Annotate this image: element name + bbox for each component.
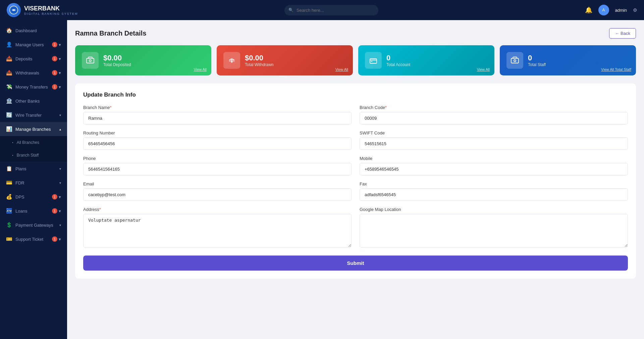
account-icon — [365, 52, 382, 69]
sidebar-item-loans[interactable]: 🏧 Loans 1 ▾ — [0, 204, 67, 218]
sidebar-item-label: Payment Gateways — [15, 223, 53, 228]
fax-input[interactable] — [360, 188, 628, 201]
withdrawn-info: $0.00 Total Withdrawn — [245, 54, 273, 67]
sidebar-item-manage-users[interactable]: 👤 Manage Users 1 ▾ — [0, 38, 67, 52]
sidebar-item-payment-gateways[interactable]: 💲 Payment Gateways ▾ — [0, 218, 67, 232]
sidebar-item-deposits[interactable]: 📥 Deposits 1 ▾ — [0, 52, 67, 66]
header-right: 🔔 A admin ⚙ — [585, 5, 637, 15]
other-banks-icon: 🏦 — [6, 98, 12, 104]
staff-icon — [506, 52, 523, 69]
sidebar-item-money-transfers[interactable]: 💸 Money Transfers 1 ▾ — [0, 80, 67, 94]
badge-arrow: 1 ▾ — [52, 208, 61, 214]
staff-label: Total Staff — [528, 62, 546, 67]
chevron-icon: ▾ — [59, 167, 61, 171]
withdrawals-icon: 📤 — [6, 70, 12, 76]
deposits-icon: 📥 — [6, 56, 12, 62]
form-title: Update Branch Info — [83, 92, 628, 98]
mobile-input[interactable] — [360, 163, 628, 175]
stat-card-total-staff: 0 Total Staff View All Total Staff — [500, 45, 636, 75]
sidebar-item-all-branches[interactable]: All Branches — [0, 136, 67, 149]
sidebar-item-wire-transfer[interactable]: 🔄 Wire Transfer ▾ — [0, 108, 67, 122]
app-header: VISERBANK DIGITAL BANKING SYSTEM 🔔 A adm… — [0, 0, 644, 20]
chevron-icon: ▾ — [59, 70, 61, 75]
chevron-icon: ▾ — [59, 223, 61, 227]
badge: 1 — [52, 56, 57, 61]
chevron-icon: ▾ — [59, 56, 61, 61]
dps-icon: 💰 — [6, 194, 12, 200]
withdrawn-icon — [223, 52, 240, 69]
logo: VISERBANK DIGITAL BANKING SYSTEM — [7, 3, 78, 17]
form-grid: Branch Name* Branch Code* Routing Number… — [83, 105, 628, 247]
sidebar-item-dps[interactable]: 💰 DPS 1 ▾ — [0, 190, 67, 204]
badge-arrow: 1 ▾ — [52, 56, 61, 61]
notification-icon[interactable]: 🔔 — [585, 6, 592, 14]
sidebar-item-manage-branches[interactable]: 📊 Manage Branches ▴ — [0, 122, 67, 136]
back-button[interactable]: ← Back — [609, 28, 636, 39]
address-textarea[interactable]: Voluptate aspernatur — [83, 214, 352, 247]
page-header: Ramna Branch Details ← Back — [75, 28, 636, 39]
routing-number-label: Routing Number — [83, 130, 352, 135]
chevron-icon: ▾ — [59, 113, 61, 117]
submit-button[interactable]: Submit — [83, 256, 628, 271]
sidebar-item-label: Money Transfers — [15, 84, 48, 90]
deposited-amount: $0.00 — [103, 54, 131, 62]
stat-card-total-deposited: $0.00 Total Deposited View All — [75, 45, 211, 75]
brand-sub: DIGITAL BANKING SYSTEM — [24, 12, 78, 15]
deposited-info: $0.00 Total Deposited — [103, 54, 131, 67]
avatar: A — [598, 5, 609, 15]
routing-number-input[interactable] — [83, 137, 352, 150]
email-input[interactable] — [83, 188, 352, 201]
wire-transfer-icon: 🔄 — [6, 112, 12, 118]
page-title: Ramna Branch Details — [75, 30, 146, 37]
dashboard-icon: 🏠 — [6, 27, 12, 34]
payment-gateways-icon: 💲 — [6, 222, 12, 228]
sidebar-item-dashboard[interactable]: 🏠 Dashboard — [0, 23, 67, 38]
badge-arrow: 1 ▾ — [52, 70, 61, 75]
form-group-fax: Fax — [360, 181, 628, 201]
sidebar-item-label: Withdrawals — [15, 70, 39, 75]
swift-code-input[interactable] — [360, 137, 628, 150]
sidebar-submenu-branches: All Branches Branch Staff — [0, 136, 67, 162]
sidebar-item-fdr[interactable]: 💳 FDR ▾ — [0, 176, 67, 190]
badge-arrow: 1 ▾ — [52, 42, 61, 47]
sidebar-item-label: Other Banks — [15, 99, 40, 104]
sidebar-item-plans[interactable]: 📋 Plans ▾ — [0, 162, 67, 176]
sidebar-item-label: Plans — [15, 166, 26, 171]
sidebar-item-branch-staff[interactable]: Branch Staff — [0, 149, 67, 162]
search-input[interactable] — [284, 5, 378, 15]
account-label: Total Account — [386, 62, 410, 67]
form-group-email: Email — [83, 181, 352, 201]
svg-point-6 — [514, 60, 516, 62]
chevron-icon: ▾ — [59, 181, 61, 185]
view-all-account[interactable]: View All — [477, 67, 490, 71]
badge: 1 — [52, 84, 57, 90]
chevron-icon: ▾ — [59, 237, 61, 242]
branch-code-input[interactable] — [360, 112, 628, 124]
sidebar-item-support-ticket[interactable]: 🎫 Support Ticket 1 ▾ — [0, 232, 67, 246]
sidebar-item-withdrawals[interactable]: 📤 Withdrawals 1 ▾ — [0, 66, 67, 80]
view-all-staff[interactable]: View All Total Staff — [601, 67, 631, 71]
view-all-deposited[interactable]: View All — [194, 67, 207, 71]
view-all-withdrawn[interactable]: View All — [335, 67, 348, 71]
sidebar-item-label: Wire Transfer — [15, 113, 42, 118]
deposited-label: Total Deposited — [103, 62, 131, 67]
chevron-icon: ▾ — [59, 42, 61, 47]
sidebar-item-label: Support Ticket — [15, 237, 43, 242]
phone-input[interactable] — [83, 163, 352, 175]
all-branches-label: All Branches — [17, 140, 39, 145]
account-amount: 0 — [386, 54, 410, 62]
sidebar-item-other-banks[interactable]: 🏦 Other Banks — [0, 94, 67, 108]
google-map-textarea[interactable] — [360, 214, 628, 247]
app-body: 🏠 Dashboard 👤 Manage Users 1 ▾ 📥 Deposit… — [0, 20, 644, 339]
email-label: Email — [83, 181, 352, 186]
withdrawn-label: Total Withdrawn — [245, 62, 273, 67]
svg-rect-5 — [511, 58, 519, 63]
money-transfers-icon: 💸 — [6, 84, 12, 90]
settings-icon[interactable]: ⚙ — [633, 7, 637, 13]
manage-branches-icon: 📊 — [6, 126, 12, 132]
form-group-google-map: Google Map Location — [360, 207, 628, 247]
stat-cards: $0.00 Total Deposited View All $0.00 Tot… — [75, 45, 636, 75]
branch-name-input[interactable] — [83, 112, 352, 124]
sidebar-item-label: Dashboard — [15, 28, 37, 33]
logo-icon — [7, 3, 21, 17]
